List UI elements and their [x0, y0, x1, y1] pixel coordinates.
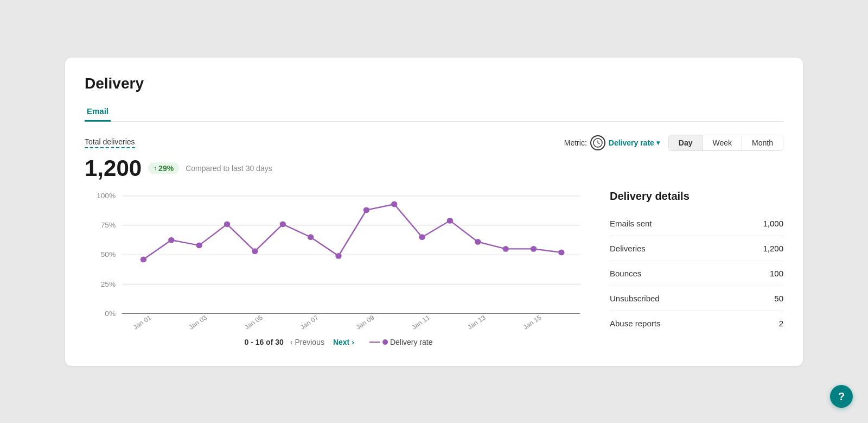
svg-point-28 [391, 201, 397, 207]
detail-value: 50 [774, 294, 783, 303]
detail-label: Unsubscribed [610, 294, 660, 303]
detail-row: Unsubscribed 50 [610, 286, 783, 311]
svg-point-19 [141, 256, 146, 262]
compare-text: Compared to last 30 days [186, 164, 272, 173]
svg-text:Jan 11: Jan 11 [410, 313, 431, 331]
svg-point-32 [502, 245, 508, 251]
detail-row: Emails sent 1,000 [610, 211, 783, 236]
chevron-left-icon: ‹ [290, 338, 293, 346]
metric-selector: Metric: Delivery rate ▾ [564, 135, 660, 150]
metric-dropdown[interactable]: Delivery rate ▾ [609, 138, 660, 147]
detail-label: Emails sent [610, 219, 652, 228]
svg-point-22 [224, 221, 230, 227]
svg-point-21 [196, 242, 202, 248]
svg-text:0%: 0% [105, 310, 116, 318]
metric-controls: Metric: Delivery rate ▾ Day Week Month [564, 135, 783, 151]
left-panel: 100% 75% 50% 25% 0% Jan 01 Jan 03 Jan 05… [85, 190, 592, 349]
delivery-details-list: Emails sent 1,000 Deliveries 1,200 Bounc… [610, 211, 783, 336]
main-content: 100% 75% 50% 25% 0% Jan 01 Jan 03 Jan 05… [85, 190, 783, 349]
svg-point-25 [308, 234, 314, 240]
chevron-down-icon: ▾ [656, 139, 660, 147]
total-number: 1,200 [85, 155, 142, 181]
detail-label: Deliveries [610, 244, 646, 253]
svg-point-34 [558, 249, 564, 255]
svg-text:75%: 75% [101, 221, 116, 229]
svg-point-31 [475, 238, 481, 244]
svg-text:Jan 09: Jan 09 [354, 313, 375, 331]
detail-value: 100 [770, 269, 783, 278]
legend-line-icon [369, 342, 380, 343]
line-chart: 100% 75% 50% 25% 0% Jan 01 Jan 03 Jan 05… [85, 190, 592, 331]
time-toggle: Day Week Month [668, 135, 783, 151]
svg-text:Jan 15: Jan 15 [522, 313, 543, 331]
next-button[interactable]: Next › [331, 336, 356, 349]
metric-prefix: Metric: [564, 138, 587, 147]
detail-value: 1,200 [763, 244, 783, 253]
svg-text:Jan 03: Jan 03 [187, 313, 208, 331]
svg-text:Jan 05: Jan 05 [243, 313, 264, 331]
detail-value: 1,000 [763, 219, 783, 228]
pagination: 0 - 16 of 30 ‹ Previous Next › [244, 336, 356, 349]
week-button[interactable]: Week [703, 135, 743, 150]
chart-legend: Delivery rate [369, 338, 433, 346]
day-button[interactable]: Day [669, 135, 703, 150]
svg-text:50%: 50% [101, 250, 116, 258]
growth-badge: ↑ 29% [148, 162, 179, 174]
detail-label: Abuse reports [610, 319, 660, 328]
chart-area: 100% 75% 50% 25% 0% Jan 01 Jan 03 Jan 05… [85, 190, 592, 331]
tab-email[interactable]: Email [85, 102, 111, 122]
svg-text:100%: 100% [97, 192, 116, 200]
legend-dot-icon [382, 339, 388, 345]
page-title: Delivery [85, 75, 783, 92]
detail-value: 2 [779, 319, 783, 328]
pagination-range: 0 - 16 of 30 [244, 338, 283, 346]
svg-text:Jan 13: Jan 13 [466, 313, 487, 331]
total-label: Total deliveries [85, 137, 135, 148]
chevron-right-icon: › [352, 338, 354, 346]
metrics-header: Total deliveries Metric: Delivery rate ▾… [85, 135, 783, 151]
legend-delivery-rate: Delivery rate [369, 338, 433, 346]
tabs-bar: Email [85, 102, 783, 122]
svg-point-29 [419, 234, 425, 240]
help-button[interactable]: ? [830, 385, 853, 408]
detail-row: Bounces 100 [610, 261, 783, 286]
svg-point-24 [280, 221, 286, 227]
chart-footer: 0 - 16 of 30 ‹ Previous Next › Delivery … [85, 336, 592, 349]
delivery-details-title: Delivery details [610, 190, 783, 203]
svg-text:Jan 07: Jan 07 [299, 313, 320, 331]
svg-point-33 [531, 245, 537, 251]
metric-icon [590, 135, 605, 150]
svg-text:25%: 25% [101, 280, 116, 288]
svg-text:Jan 01: Jan 01 [132, 313, 153, 331]
right-panel: Delivery details Emails sent 1,000 Deliv… [610, 190, 783, 349]
svg-point-30 [447, 217, 453, 223]
detail-label: Bounces [610, 269, 641, 278]
svg-point-26 [335, 252, 341, 258]
detail-row: Deliveries 1,200 [610, 236, 783, 261]
month-button[interactable]: Month [742, 135, 783, 150]
previous-button[interactable]: ‹ Previous [288, 336, 327, 349]
detail-row: Abuse reports 2 [610, 311, 783, 336]
total-row: 1,200 ↑ 29% Compared to last 30 days [85, 155, 783, 181]
svg-point-23 [252, 248, 258, 254]
svg-point-20 [168, 237, 174, 243]
svg-point-27 [363, 207, 369, 213]
main-card: Delivery Email Total deliveries Metric: … [65, 58, 803, 366]
